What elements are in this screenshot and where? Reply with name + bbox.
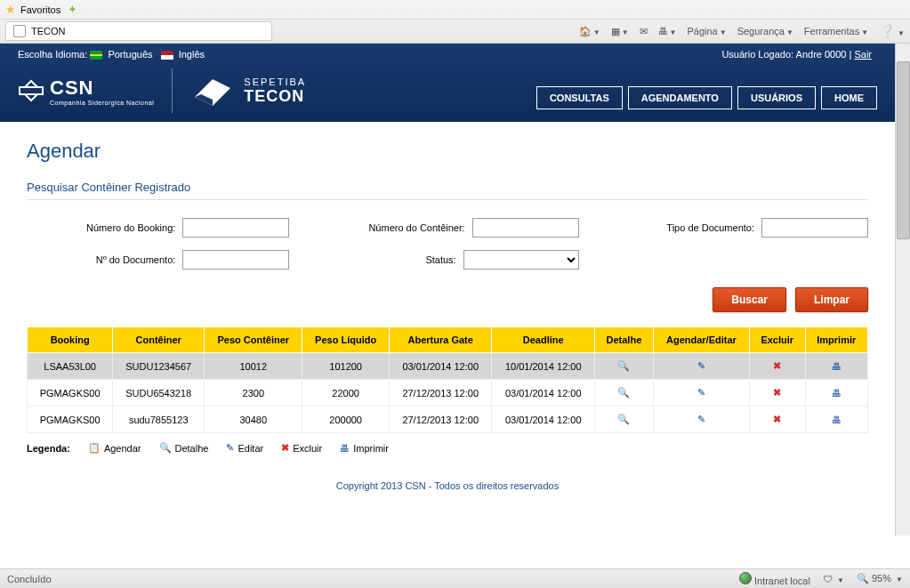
tab-icon xyxy=(13,25,26,37)
table-row: PGMAGKS00 SUDU6543218 2300 22000 27/12/2… xyxy=(28,380,868,407)
logo-tecon: SEPETIBA TECON xyxy=(190,75,306,107)
detail-icon[interactable]: 🔍 xyxy=(595,407,654,433)
scroll-thumb[interactable] xyxy=(897,61,910,239)
calendar-icon: 📋 xyxy=(88,442,101,454)
detail-icon[interactable]: 🔍 xyxy=(595,353,654,380)
th-agendar: Agendar/Editar xyxy=(653,327,749,353)
sepetiba-text: SEPETIBA xyxy=(244,77,306,87)
legend-label: Legenda: xyxy=(27,443,70,454)
btn-limpar[interactable]: Limpar xyxy=(795,287,868,312)
lbl-doc-num: Nº do Documento: xyxy=(96,254,176,265)
vertical-scrollbar[interactable] xyxy=(895,44,910,536)
input-container[interactable] xyxy=(472,218,579,238)
menu-seguranca[interactable]: Segurança▼ xyxy=(737,26,793,36)
cell-peso-cont: 2300 xyxy=(205,380,302,407)
input-doc-type[interactable] xyxy=(761,218,868,238)
cell-conteiner: sudu7855123 xyxy=(113,407,205,433)
logo-csn: CSN Companhia Siderúrgica Nacional xyxy=(18,77,154,106)
footer-copyright: Copyright 2013 CSN - Todos os direitos r… xyxy=(27,454,868,518)
mail-icon[interactable]: ✉ xyxy=(640,26,648,37)
cell-booking: PGMAGKS00 xyxy=(28,380,113,407)
logo-divider xyxy=(172,68,173,113)
cell-peso-liq: 101200 xyxy=(302,353,390,380)
legend: Legenda: 📋Agendar 🔍Detalhe ✎Editar ✖Excl… xyxy=(27,442,868,454)
page-subtitle: Pesquisar Contêiner Registrado xyxy=(27,181,868,200)
legend-editar: ✎Editar xyxy=(226,442,263,454)
print-icon[interactable]: 🖶▼ xyxy=(658,26,677,36)
menu-ferramentas[interactable]: Ferramentas▼ xyxy=(804,26,868,36)
select-status[interactable] xyxy=(463,250,579,270)
cell-deadline: 03/01/2014 12:00 xyxy=(492,407,595,433)
add-favorite-icon[interactable]: ✦ xyxy=(68,3,77,16)
flag-us-icon[interactable] xyxy=(161,51,173,60)
svg-rect-0 xyxy=(20,87,43,94)
page-title: Agendar xyxy=(27,140,868,163)
results-table: Booking Contêiner Peso Contêiner Peso Lí… xyxy=(27,326,868,433)
cell-booking: LSAA53L00 xyxy=(28,353,113,380)
lang-pt-link[interactable]: Português xyxy=(108,49,152,60)
logged-user-label: Usuário Logado: Andre 0000 xyxy=(721,49,846,60)
lbl-booking: Número do Booking: xyxy=(86,222,175,233)
nav-usuarios[interactable]: USUÁRIOS xyxy=(737,86,816,109)
tab-title: TECON xyxy=(31,26,66,36)
tecon-text: TECON xyxy=(244,87,306,106)
th-deadline: Deadline xyxy=(492,327,595,353)
delete-icon[interactable]: ✖ xyxy=(750,380,806,407)
menu-pagina[interactable]: Página▼ xyxy=(687,26,726,36)
cell-peso-liq: 200000 xyxy=(302,407,390,433)
th-peso-cont: Peso Contêiner xyxy=(205,327,302,353)
edit-icon[interactable]: ✎ xyxy=(653,380,749,407)
cell-conteiner: SUDU1234567 xyxy=(113,353,205,380)
input-booking[interactable] xyxy=(182,218,289,238)
print-icon[interactable]: 🖶 xyxy=(805,353,868,380)
cell-deadline: 10/01/2014 12:00 xyxy=(492,353,595,380)
tab-bar: TECON 🏠▼ ▦▼ ✉ 🖶▼ Página▼ Segurança▼ Ferr… xyxy=(0,20,910,43)
th-conteiner: Contêiner xyxy=(113,327,205,353)
th-peso-liq: Peso Líquido xyxy=(302,327,390,353)
logout-link[interactable]: Sair xyxy=(854,49,872,60)
lbl-status: Status: xyxy=(425,254,455,265)
lbl-container: Número do Contêiner: xyxy=(368,222,464,233)
cell-peso-liq: 22000 xyxy=(302,380,390,407)
th-abertura: Abertura Gate xyxy=(389,327,492,353)
edit-icon[interactable]: ✎ xyxy=(653,353,749,380)
help-icon[interactable]: ❔▼ xyxy=(879,23,905,39)
csn-subtext: Companhia Siderúrgica Nacional xyxy=(50,100,154,106)
search-icon: 🔍 xyxy=(159,442,172,454)
user-info: Usuário Logado: Andre 0000 | Sair xyxy=(721,49,877,60)
delete-icon[interactable]: ✖ xyxy=(750,353,806,380)
favorites-bar: ★ Favoritos ✦ xyxy=(0,0,910,20)
cell-booking: PGMAGKS00 xyxy=(28,407,113,433)
home-icon[interactable]: 🏠▼ xyxy=(579,26,600,37)
nav-home[interactable]: HOME xyxy=(821,86,877,109)
favoritos-label[interactable]: Favoritos xyxy=(20,4,60,15)
th-imprimir: Imprimir xyxy=(805,327,868,353)
flag-br-icon[interactable] xyxy=(90,51,102,60)
delete-icon[interactable]: ✖ xyxy=(750,407,806,433)
table-row: LSAA53L00 SUDU1234567 10012 101200 03/01… xyxy=(28,353,868,380)
browser-chrome: ★ Favoritos ✦ TECON 🏠▼ ▦▼ ✉ 🖶▼ Página▼ S… xyxy=(0,0,910,44)
browser-tab[interactable]: TECON xyxy=(5,21,272,41)
cell-abertura: 03/01/2014 12:00 xyxy=(389,353,492,380)
star-icon[interactable]: ★ xyxy=(5,3,16,16)
lang-label: Escolha Idioma: xyxy=(18,49,87,60)
lang-en-link[interactable]: Inglês xyxy=(179,49,205,60)
site-header: Escolha Idioma: Português Inglês Usuário… xyxy=(0,44,895,122)
nav-consultas[interactable]: CONSULTAS xyxy=(536,86,623,109)
legend-imprimir: 🖶Imprimir xyxy=(340,443,389,454)
legend-detalhe: 🔍Detalhe xyxy=(159,442,209,454)
rss-icon[interactable]: ▦▼ xyxy=(611,26,629,37)
btn-buscar[interactable]: Buscar xyxy=(713,287,786,312)
detail-icon[interactable]: 🔍 xyxy=(595,380,654,407)
language-selector: Escolha Idioma: Português Inglês xyxy=(18,49,210,60)
page-content: Escolha Idioma: Português Inglês Usuário… xyxy=(0,44,895,536)
legend-agendar: 📋Agendar xyxy=(88,442,141,454)
print-icon[interactable]: 🖶 xyxy=(805,407,868,433)
x-icon: ✖ xyxy=(281,442,289,454)
edit-icon[interactable]: ✎ xyxy=(653,407,749,433)
cell-deadline: 03/01/2014 12:00 xyxy=(492,380,595,407)
print-icon[interactable]: 🖶 xyxy=(805,380,868,407)
nav-agendamento[interactable]: AGENDAMENTO xyxy=(628,86,732,109)
input-doc-num[interactable] xyxy=(182,250,289,270)
pencil-icon: ✎ xyxy=(226,442,234,454)
